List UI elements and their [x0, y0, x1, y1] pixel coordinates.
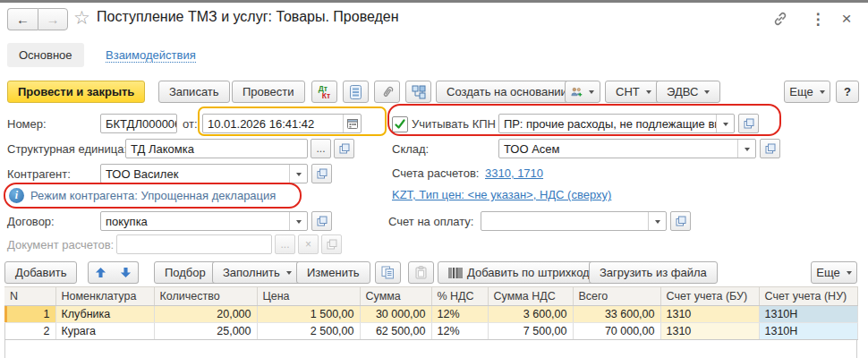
- window-menu-button[interactable]: ⋮: [807, 9, 829, 29]
- col-n[interactable]: N: [4, 287, 55, 306]
- cell-account-nu[interactable]: 1310Н: [759, 323, 857, 340]
- help-button[interactable]: ?: [836, 81, 859, 103]
- invoice-open-button[interactable]: [670, 211, 691, 231]
- contract-field[interactable]: покупка: [100, 211, 308, 231]
- col-account-nu[interactable]: Счет учета (НУ): [759, 287, 857, 306]
- post-button[interactable]: Провести: [232, 81, 305, 103]
- paste-row-button[interactable]: [408, 261, 434, 284]
- warehouse-field[interactable]: ТОО Асем: [498, 139, 756, 158]
- col-nomenclature[interactable]: Номенклатура: [55, 287, 154, 306]
- document-structure-button[interactable]: [405, 81, 431, 103]
- post-and-close-button[interactable]: Провести и закрыть: [7, 81, 145, 103]
- edvs-button[interactable]: ЭДВС: [656, 81, 720, 103]
- forward-button[interactable]: →: [38, 8, 68, 30]
- items-table[interactable]: N Номенклатура Количество Цена Сумма % Н…: [4, 286, 858, 340]
- cell-sum[interactable]: 62 500,00: [360, 323, 431, 340]
- save-button[interactable]: Записать: [158, 81, 230, 103]
- cell-sum[interactable]: 30 000,00: [360, 306, 431, 323]
- kpn-expense-open-button[interactable]: [738, 114, 759, 133]
- cell-vat-sum[interactable]: 3 600,00: [488, 306, 573, 323]
- kpn-checkbox-label[interactable]: Учитывать КПН: [412, 117, 496, 131]
- cell-nomenclature[interactable]: Курага: [55, 323, 154, 340]
- kpn-expense-field[interactable]: ПР: прочие расходы, не подлежащие вычету: [498, 114, 735, 133]
- invoice-field[interactable]: [481, 211, 667, 231]
- load-from-file-button[interactable]: Загрузить из файла: [589, 261, 718, 284]
- back-button[interactable]: ←: [7, 8, 38, 30]
- fill-button[interactable]: Заполнить: [212, 261, 302, 284]
- copy-row-button[interactable]: [375, 261, 401, 284]
- cell-quantity[interactable]: 20,000: [154, 306, 257, 323]
- date-field[interactable]: 10.01.2026 16:41:42: [202, 114, 362, 133]
- counterparty-open-button[interactable]: [311, 164, 332, 183]
- move-row-down-button[interactable]: [113, 261, 139, 284]
- structure-icon: [412, 85, 426, 99]
- counterparty-actions-button[interactable]: [565, 81, 600, 103]
- snt-button[interactable]: СНТ: [605, 81, 662, 103]
- cell-account-bu[interactable]: 1310: [660, 306, 759, 323]
- settlement-doc-open-button[interactable]: [321, 234, 342, 254]
- number-label: Номер:: [7, 117, 47, 131]
- col-total[interactable]: Всего: [573, 287, 660, 306]
- chevron-down-icon: [589, 90, 594, 97]
- chevron-down-icon[interactable]: [737, 140, 755, 158]
- col-account-bu[interactable]: Счет учета (БУ): [660, 287, 759, 306]
- col-quantity[interactable]: Количество: [154, 287, 257, 306]
- table-row[interactable]: 1 Клубника 20,000 1 500,00 30 000,00 12%…: [4, 306, 857, 323]
- settlement-doc-clear-button[interactable]: ×: [298, 234, 319, 254]
- col-vat-percent[interactable]: % НДС: [431, 287, 488, 306]
- calendar-icon[interactable]: [343, 115, 361, 132]
- cell-account-nu[interactable]: 1310Н: [759, 306, 857, 323]
- settlement-doc-select-button[interactable]: ...: [275, 234, 295, 254]
- counterparty-field[interactable]: ТОО Василек: [100, 164, 308, 183]
- structural-unit-field[interactable]: ТД Лакомка: [125, 139, 308, 158]
- tab-interactions[interactable]: Взаимодействия: [106, 48, 196, 63]
- col-price[interactable]: Цена: [257, 287, 360, 306]
- currency-price-type-link[interactable]: KZT, Тип цен: <не указан>, НДС (сверху): [392, 188, 611, 201]
- settlement-accounts-link[interactable]: 3310, 1710: [485, 166, 543, 180]
- cell-n[interactable]: 2: [4, 323, 55, 340]
- move-row-up-button[interactable]: [88, 261, 114, 284]
- cell-nomenclature[interactable]: Клубника: [55, 306, 154, 323]
- cell-vat-percent[interactable]: 12%: [431, 306, 488, 323]
- structural-unit-open-button[interactable]: [334, 139, 354, 158]
- ellipsis-icon: ...: [316, 142, 325, 155]
- chevron-down-icon[interactable]: [716, 115, 734, 132]
- checkmark-icon: [395, 119, 405, 130]
- pick-items-button[interactable]: Подбор: [154, 261, 217, 284]
- add-by-barcode-button[interactable]: Добавить по штрихкоду: [438, 261, 606, 284]
- cell-total[interactable]: 70 000,00: [573, 323, 660, 340]
- settlement-doc-field[interactable]: [116, 234, 272, 254]
- structural-unit-select-button[interactable]: ...: [311, 139, 331, 158]
- counterparty-label: Контрагент:: [7, 167, 71, 181]
- cell-vat-percent[interactable]: 12%: [431, 323, 488, 340]
- more-button[interactable]: Еще: [784, 81, 830, 103]
- reports-button[interactable]: [343, 81, 369, 103]
- cell-account-bu[interactable]: 1310: [660, 323, 759, 340]
- contract-open-button[interactable]: [311, 211, 332, 231]
- chevron-down-icon[interactable]: [648, 212, 666, 230]
- cell-quantity[interactable]: 25,000: [154, 323, 257, 340]
- col-sum[interactable]: Сумма: [360, 287, 431, 306]
- favorite-star-icon[interactable]: ☆: [73, 7, 90, 29]
- show-postings-button[interactable]: Дт Кт: [311, 81, 337, 103]
- close-button[interactable]: ×: [836, 9, 857, 29]
- cell-price[interactable]: 2 500,00: [257, 323, 360, 340]
- settlement-accounts-label: Счета расчетов:: [392, 166, 479, 180]
- number-field[interactable]: БКТДЛ000006: [100, 114, 177, 133]
- warehouse-open-button[interactable]: [760, 139, 780, 158]
- table-more-button[interactable]: Еще: [811, 261, 857, 284]
- add-row-button[interactable]: Добавить: [4, 261, 77, 284]
- edit-button[interactable]: Изменить: [296, 261, 370, 284]
- kpn-checkbox[interactable]: [392, 116, 408, 132]
- cell-price[interactable]: 1 500,00: [257, 306, 360, 323]
- cell-total[interactable]: 33 600,00: [573, 306, 660, 323]
- get-link-button[interactable]: [770, 9, 791, 29]
- attachments-button[interactable]: [374, 81, 400, 103]
- cell-n[interactable]: 1: [4, 306, 55, 323]
- chevron-down-icon[interactable]: [289, 165, 307, 183]
- table-row[interactable]: 2 Курага 25,000 2 500,00 62 500,00 12% 7…: [4, 323, 857, 340]
- chevron-down-icon[interactable]: [289, 212, 307, 230]
- tab-main[interactable]: Основное: [7, 43, 84, 67]
- col-vat-sum[interactable]: Сумма НДС: [488, 287, 573, 306]
- cell-vat-sum[interactable]: 7 500,00: [488, 323, 573, 340]
